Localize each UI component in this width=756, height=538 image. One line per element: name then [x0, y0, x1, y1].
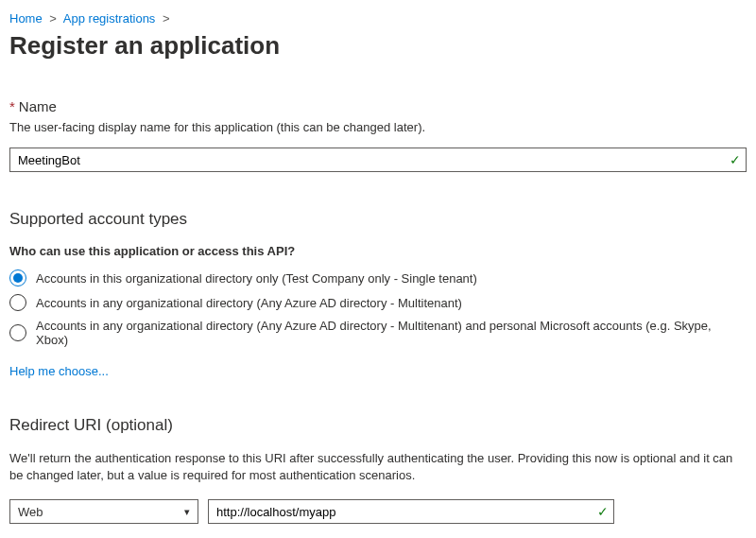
name-input[interactable]: [9, 148, 747, 172]
help-me-choose-link[interactable]: Help me choose...: [9, 364, 109, 378]
redirect-uri-description: We'll return the authentication response…: [9, 450, 747, 484]
radio-single-tenant[interactable]: Accounts in this organizational director…: [9, 269, 747, 286]
required-mark: *: [9, 98, 15, 114]
name-label-text: Name: [19, 98, 57, 114]
breadcrumb: Home > App registrations >: [9, 11, 747, 26]
platform-select[interactable]: Web ▾: [9, 499, 198, 524]
page-title: Register an application: [9, 31, 747, 61]
radio-label: Accounts in this organizational director…: [36, 271, 477, 286]
chevron-right-icon: >: [49, 11, 57, 26]
radio-label: Accounts in any organizational directory…: [36, 319, 747, 347]
radio-icon: [9, 294, 26, 311]
account-types-subhead: Who can use this application or access t…: [9, 244, 747, 258]
account-types-title: Supported account types: [9, 210, 747, 229]
radio-multitenant-personal[interactable]: Accounts in any organizational directory…: [9, 319, 747, 347]
platform-select-value: Web: [18, 505, 184, 519]
account-types-radio-group: Accounts in this organizational director…: [9, 269, 747, 347]
breadcrumb-app-registrations[interactable]: App registrations: [63, 11, 156, 26]
redirect-uri-input[interactable]: [208, 499, 614, 524]
redirect-uri-title: Redirect URI (optional): [9, 416, 747, 435]
chevron-right-icon: >: [163, 11, 170, 26]
breadcrumb-home[interactable]: Home: [9, 11, 43, 26]
radio-multitenant[interactable]: Accounts in any organizational directory…: [9, 294, 747, 311]
name-label: *Name: [9, 98, 747, 114]
radio-icon: [9, 324, 26, 341]
chevron-down-icon: ▾: [184, 506, 190, 518]
radio-icon: [9, 269, 26, 286]
name-help-text: The user-facing display name for this ap…: [9, 120, 747, 134]
radio-label: Accounts in any organizational directory…: [36, 296, 462, 310]
